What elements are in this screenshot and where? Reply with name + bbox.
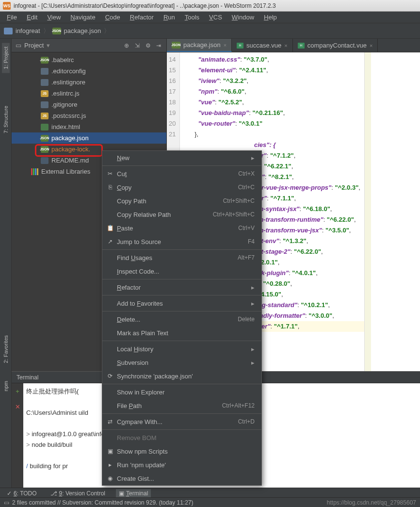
ctx-label: Copy Relative Path <box>117 211 171 218</box>
close-icon[interactable]: × <box>370 43 372 49</box>
menu-edit[interactable]: Edit <box>23 13 41 22</box>
ctx-copy-path[interactable]: Copy PathCtrl+Shift+C <box>102 194 261 208</box>
terminal-title: Terminal <box>16 374 38 381</box>
tab-label: package.json <box>183 41 221 49</box>
target-icon[interactable]: ⊕ <box>123 42 130 49</box>
menu-window[interactable]: Window <box>228 13 258 22</box>
ctx-local-history[interactable]: Local History▸ <box>102 342 261 356</box>
ctx-subversion[interactable]: Subversion▸ <box>102 356 261 369</box>
menu-view[interactable]: View <box>43 13 65 22</box>
submenu-arrow-icon: ▸ <box>251 154 255 162</box>
bottom-tab-terminal[interactable]: ▣Terminal <box>116 489 151 498</box>
tree-item-editorconfig[interactable]: .editorconfig <box>12 65 166 77</box>
tree-item-postcssrcjs[interactable]: JS.postcssrc.js <box>12 110 166 121</box>
context-menu: New▸✂CutCtrl+X⎘CopyCtrl+CCopy PathCtrl+S… <box>102 150 262 486</box>
ctx-refactor[interactable]: Refactor▸ <box>102 280 261 294</box>
separator <box>102 311 261 311</box>
tab-label: 6: TODO <box>14 490 37 497</box>
ctx-create-gist-[interactable]: ◉Create Gist... <box>102 472 261 485</box>
tree-item-label: README.md <box>51 157 89 164</box>
ctx-jump-to-source[interactable]: ↗Jump to SourceF4 <box>102 235 261 248</box>
close-icon[interactable]: × <box>224 42 226 48</box>
tab-icon: ✓ <box>7 490 12 497</box>
tree-item-eslintignore[interactable]: .eslintignore <box>12 77 166 88</box>
ctx-run-npm-update-[interactable]: ▸Run 'npm update' <box>102 458 261 472</box>
ctx-shortcut: Ctrl+D <box>238 418 255 425</box>
ctx-label: Add to Favorites <box>117 300 163 307</box>
tab-icon: ⎇ <box>50 490 57 497</box>
breadcrumb-file[interactable]: package.json <box>64 27 101 34</box>
gutter-tab-structure[interactable]: 7: Structure <box>2 102 10 137</box>
dropdown-icon[interactable]: ▾ <box>47 42 50 49</box>
tree-item-gitignore[interactable]: .gitignore <box>12 99 166 110</box>
ctx-copy[interactable]: ⎘CopyCtrl+C <box>102 180 261 194</box>
vue-icon: H <box>298 43 305 49</box>
status-icon: ▭ <box>4 499 9 506</box>
ctx-find-usages[interactable]: Find UsagesAlt+F7 <box>102 251 261 264</box>
menu-tools[interactable]: Tools <box>181 13 203 22</box>
ctx-label: Inspect Code... <box>117 268 159 275</box>
gutter-tab-npm[interactable]: npm <box>2 377 10 395</box>
ctx-paste[interactable]: 📋PasteCtrl+V <box>102 221 261 235</box>
ctx-label: Create Gist... <box>117 475 154 482</box>
ctx-inspect-code-[interactable]: Inspect Code... <box>102 264 261 278</box>
ctx-cut[interactable]: ✂CutCtrl+X <box>102 167 261 180</box>
file-icon: JSON <box>41 146 48 153</box>
ctx-label: Mark as Plain Text <box>117 329 168 337</box>
ctx-file-path[interactable]: File PathCtrl+Alt+F12 <box>102 399 261 412</box>
gutter-tab-project[interactable]: 1: Project <box>2 43 10 73</box>
hide-icon[interactable]: ⇥ <box>155 42 162 49</box>
ctx-show-npm-scripts[interactable]: ▣Show npm Scripts <box>102 444 261 458</box>
tree-item-label: .editorconfig <box>51 67 86 75</box>
menu-code[interactable]: Code <box>101 13 124 22</box>
file-icon <box>41 157 48 164</box>
ctx-label: Find Usages <box>117 254 152 262</box>
separator <box>102 384 261 384</box>
breadcrumb-folder[interactable]: infogreat <box>16 27 40 34</box>
add-icon[interactable]: + <box>16 386 19 397</box>
editor-tab-packagejson[interactable]: JSONpackage.json× <box>167 39 232 52</box>
json-icon: JSON <box>172 42 180 49</box>
close-icon[interactable]: ✕ <box>15 402 20 412</box>
menu-help[interactable]: Help <box>260 13 281 22</box>
gutter-tab-favorites[interactable]: 2: Favorites <box>2 331 10 367</box>
file-icon: JS <box>41 113 48 119</box>
ctx-label: Subversion <box>117 359 148 366</box>
tab-label: succase.vue <box>246 42 281 49</box>
ctx-delete-[interactable]: Delete...Delete <box>102 312 261 326</box>
ctx-label: Delete... <box>117 316 140 323</box>
menu-file[interactable]: File <box>3 13 21 22</box>
gear-icon[interactable]: ⚙ <box>144 42 152 49</box>
menu-refactor[interactable]: Refactor <box>126 13 158 22</box>
bottom-tab-versioncontrol[interactable]: ⎇9: Version Control <box>48 489 108 498</box>
ctx-new[interactable]: New▸ <box>102 151 261 164</box>
file-icon: JSON <box>41 135 48 142</box>
ctx-copy-relative-path[interactable]: Copy Relative PathCtrl+Alt+Shift+C <box>102 208 261 221</box>
ctx-shortcut: Ctrl+Shift+C <box>223 197 255 204</box>
editor-tab-succasevue[interactable]: Hsuccase.vue× <box>232 39 293 52</box>
bottom-tab-todo[interactable]: ✓6: TODO <box>4 489 40 498</box>
ctx-mark-as-plain-text[interactable]: Mark as Plain Text <box>102 326 261 340</box>
tree-item-indexhtml[interactable]: index.html <box>12 121 166 132</box>
json-icon: JSON <box>52 28 61 34</box>
ctx-label: Refactor <box>117 284 141 291</box>
ctx-add-to-favorites[interactable]: Add to Favorites▸ <box>102 296 261 310</box>
project-dropdown-icon[interactable]: ▭ <box>16 42 21 49</box>
submenu-arrow-icon: ▸ <box>251 284 255 291</box>
close-icon[interactable]: × <box>284 43 287 49</box>
menu-run[interactable]: Run <box>160 13 179 22</box>
ctx-shortcut: Alt+F7 <box>238 254 255 261</box>
menu-navigate[interactable]: Navigate <box>66 13 99 22</box>
editor-tab-companyContactvue[interactable]: HcompanyContact.vue× <box>293 39 378 52</box>
ctx-compare-with-[interactable]: ⇄Compare With...Ctrl+D <box>102 415 261 428</box>
ctx-show-in-explorer[interactable]: Show in Explorer <box>102 385 261 399</box>
ctx-synchronize-package-json-[interactable]: ⟳Synchronize 'package.json' <box>102 369 261 383</box>
collapse-icon[interactable]: ⇲ <box>133 42 141 49</box>
menu-vcs[interactable]: VCS <box>205 13 226 22</box>
tree-item-babelrc[interactable]: JSON.babelrc <box>12 54 166 65</box>
tree-item-eslintrcjs[interactable]: JS.eslintrc.js <box>12 88 166 99</box>
tree-item-packagejson[interactable]: JSONpackage.json <box>12 132 166 144</box>
separator <box>102 279 261 279</box>
ctx-item-icon: ✂ <box>106 170 114 178</box>
sidebar-title[interactable]: Project <box>24 42 44 49</box>
